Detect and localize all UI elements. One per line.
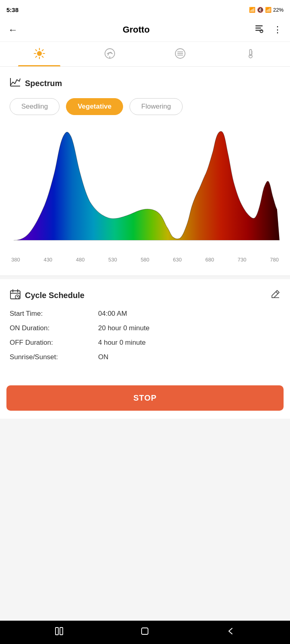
header-actions: ⋮ xyxy=(253,23,284,37)
recent-apps-button[interactable] xyxy=(48,623,70,641)
sunrise-sunset-value: ON xyxy=(98,353,109,361)
grow-tab-icon xyxy=(104,47,116,62)
status-time: 5:38 xyxy=(6,6,19,13)
axis-label-730: 730 xyxy=(238,257,247,263)
tab-light[interactable] xyxy=(4,42,74,66)
status-icons: 📶 🔇 📶 22% xyxy=(249,7,284,13)
info-row-start-time: Start Time: 04:00 AM xyxy=(10,310,280,318)
start-time-label: Start Time: xyxy=(10,310,98,318)
svg-rect-39 xyxy=(60,628,63,635)
tab-temp[interactable] xyxy=(216,42,286,66)
on-duration-label: ON Duration: xyxy=(10,324,98,332)
svg-point-5 xyxy=(37,51,42,56)
stop-btn-container: STOP xyxy=(0,379,290,419)
tab-grow[interactable] xyxy=(74,42,145,66)
svg-line-11 xyxy=(42,56,43,58)
svg-line-10 xyxy=(35,50,37,51)
bottom-nav xyxy=(0,621,290,644)
stop-button[interactable]: STOP xyxy=(6,385,284,411)
spectrum-section-header: Spectrum xyxy=(10,76,280,90)
svg-rect-40 xyxy=(142,628,148,634)
axis-label-630: 630 xyxy=(173,257,182,263)
axis-label-530: 530 xyxy=(108,257,117,263)
pill-vegetative[interactable]: Vegetative xyxy=(66,98,123,115)
cycle-schedule-title: Cycle Schedule xyxy=(25,291,84,300)
more-options-icon[interactable]: ⋮ xyxy=(271,23,284,37)
spectrum-chart xyxy=(10,125,280,253)
header: ← Grotto ⋮ xyxy=(0,18,290,42)
back-button[interactable]: ← xyxy=(6,23,19,37)
svg-rect-0 xyxy=(255,25,263,27)
svg-rect-1 xyxy=(255,27,261,29)
info-row-off-duration: OFF Duration: 4 hour 0 minute xyxy=(10,339,280,347)
menu-icon[interactable] xyxy=(253,23,265,37)
start-time-value: 04:00 AM xyxy=(98,310,127,318)
mute-icon: 🔇 xyxy=(257,7,263,13)
svg-line-36 xyxy=(276,292,278,294)
info-row-on-duration: ON Duration: 20 hour 0 minute xyxy=(10,324,280,332)
spectrum-pill-row: Seedling Vegetative Flowering xyxy=(10,98,280,115)
axis-label-580: 580 xyxy=(141,257,150,263)
axis-label-380: 380 xyxy=(11,257,20,263)
spectrum-card: Spectrum Seedling Vegetative Flowering xyxy=(0,67,290,276)
axis-label-680: 680 xyxy=(205,257,214,263)
tab-bar xyxy=(0,42,290,67)
temp-tab-icon xyxy=(245,47,257,62)
sunrise-sunset-label: Sunrise/Sunset: xyxy=(10,353,98,361)
page-title: Grotto xyxy=(123,25,150,35)
filter-tab-icon xyxy=(174,47,186,62)
info-row-sunrise-sunset: Sunrise/Sunset: ON xyxy=(10,353,280,361)
status-bar: 5:38 📶 🔇 📶 22% xyxy=(0,0,290,18)
cycle-header-left: Cycle Schedule xyxy=(10,289,84,302)
cycle-schedule-icon xyxy=(10,289,21,302)
main-content: Spectrum Seedling Vegetative Flowering xyxy=(0,67,290,621)
battery-icon: 22% xyxy=(273,7,284,13)
cycle-schedule-card: Cycle Schedule Start Time: 04:00 AM ON D… xyxy=(0,279,290,379)
svg-line-13 xyxy=(35,56,37,58)
pill-seedling[interactable]: Seedling xyxy=(10,98,60,115)
pill-flowering[interactable]: Flowering xyxy=(130,98,183,115)
axis-label-480: 480 xyxy=(76,257,85,263)
off-duration-label: OFF Duration: xyxy=(10,339,98,347)
svg-line-12 xyxy=(42,50,43,51)
axis-label-430: 430 xyxy=(43,257,52,263)
bluetooth-icon: 📶 xyxy=(249,7,255,13)
spectrum-axis: 380 430 480 530 580 630 680 730 780 xyxy=(10,257,280,263)
cycle-schedule-header: Cycle Schedule xyxy=(10,289,280,302)
home-button[interactable] xyxy=(134,623,156,641)
tab-filter[interactable] xyxy=(145,42,216,66)
divider xyxy=(0,276,290,276)
svg-rect-38 xyxy=(56,628,58,635)
off-duration-value: 4 hour 0 minute xyxy=(98,339,146,347)
signal-icon: 📶 xyxy=(265,7,271,13)
axis-label-780: 780 xyxy=(270,257,279,263)
spectrum-icon xyxy=(10,76,21,90)
back-nav-button[interactable] xyxy=(220,623,242,641)
light-tab-icon xyxy=(33,47,45,62)
cycle-edit-button[interactable] xyxy=(271,289,280,301)
on-duration-value: 20 hour 0 minute xyxy=(98,324,150,332)
spectrum-title: Spectrum xyxy=(25,79,62,88)
